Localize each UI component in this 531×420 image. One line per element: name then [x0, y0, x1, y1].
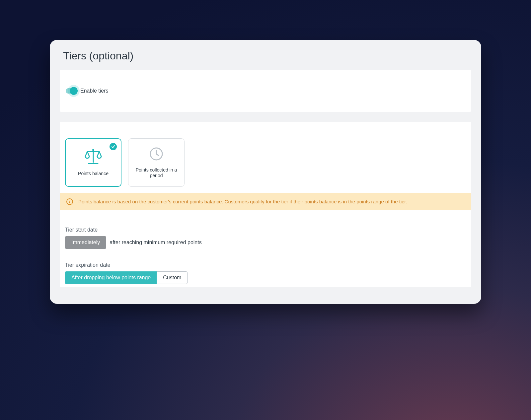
tier-start-immediately-button[interactable]: Immediately — [65, 236, 106, 249]
tiers-panel: Tiers (optional) Enable tiers — [50, 40, 481, 304]
tier-expiration-custom-button[interactable]: Custom — [157, 271, 188, 284]
tier-expiration-section: Tier expiration date After dropping belo… — [60, 249, 471, 287]
tier-config-card: Points balance Points collected in a per… — [60, 122, 471, 287]
info-text: Points balance is based on the customer'… — [78, 198, 407, 205]
clock-icon — [149, 147, 164, 163]
tier-expiration-drop-button[interactable]: After dropping below points range — [65, 271, 157, 284]
option-points-balance[interactable]: Points balance — [65, 138, 121, 187]
panel-title: Tiers (optional) — [50, 40, 481, 70]
option-points-period[interactable]: Points collected in a period — [128, 138, 185, 187]
tier-expiration-label: Tier expiration date — [65, 262, 466, 268]
svg-point-3 — [92, 149, 94, 151]
tier-basis-options: Points balance Points collected in a per… — [60, 138, 471, 193]
info-banner: i Points balance is based on the custome… — [60, 193, 471, 210]
tier-start-section: Tier start date Immediately after reachi… — [60, 210, 471, 249]
enable-tiers-label: Enable tiers — [80, 88, 109, 94]
tier-start-label: Tier start date — [65, 227, 466, 233]
info-icon: i — [66, 198, 73, 205]
scales-icon — [84, 148, 103, 166]
enable-tiers-card: Enable tiers — [60, 70, 471, 112]
tier-start-suffix: after reaching minimum required points — [110, 240, 201, 245]
enable-tiers-toggle[interactable] — [66, 87, 78, 95]
check-icon — [110, 143, 117, 150]
option-label: Points balance — [78, 171, 109, 177]
option-label: Points collected in a period — [132, 167, 181, 179]
